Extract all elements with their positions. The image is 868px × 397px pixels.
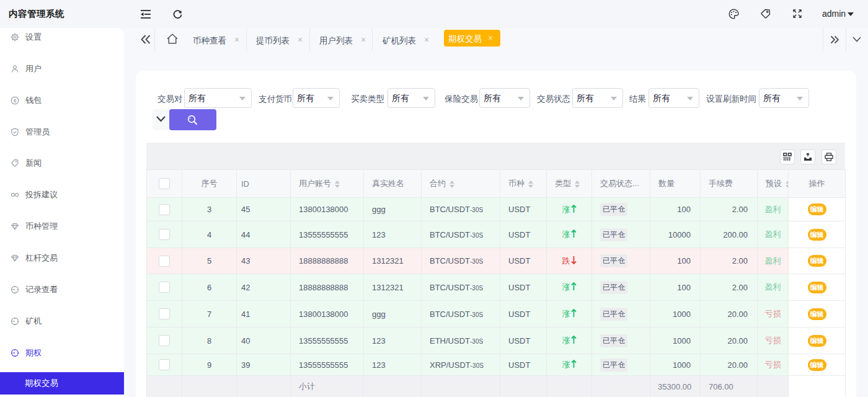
svg-text:$: $ xyxy=(14,98,17,104)
